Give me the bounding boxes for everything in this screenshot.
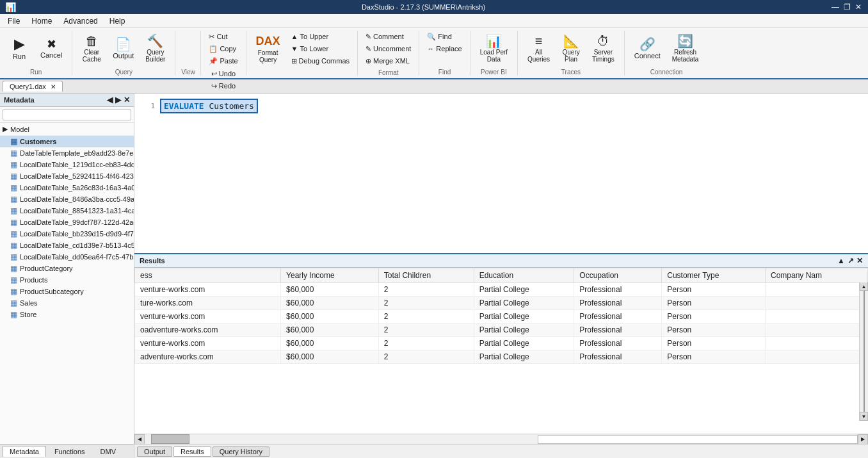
maximize-button[interactable]: ❐ [842,3,851,12]
tree-item-6[interactable]: ▦ LocalDateTable_88541323-1a31-4ca1-8b86… [0,205,134,217]
comment-button[interactable]: ✎Comment [363,31,414,42]
query-tab-1[interactable]: Query1.dax ✕ [3,81,63,92]
hscroll-track[interactable] [145,434,538,444]
minimize-button[interactable]: — [831,3,840,12]
clear-cache-button[interactable]: 🗑 ClearCache [77,31,106,66]
results-tab-output[interactable]: Output [137,446,172,457]
tree-item-5[interactable]: ▦ LocalDateTable_8486a3ba-ccc5-49ab-9760… [0,193,134,205]
tree-item-3[interactable]: ▦ LocalDateTable_52924115-4f46-4235-af02… [0,170,134,182]
debug-commas-button[interactable]: ⊞Debug Commas [289,55,352,67]
all-queries-button[interactable]: ≡ AllQueries [523,31,554,66]
hscroll-thumb[interactable] [151,434,189,444]
comment-label: Comment [373,33,404,40]
sidebar-model-section[interactable]: ▶ Model [0,123,134,136]
menu-advanced[interactable]: Advanced [58,15,102,27]
replace-button[interactable]: ↔Replace [424,43,464,54]
paste-label: Paste [220,57,237,65]
find-button[interactable]: 🔍Find [424,31,464,42]
menu-file[interactable]: File [3,15,25,27]
tab-dmv[interactable]: DMV [93,446,123,457]
sidebar-dock-icon[interactable]: ▶ [115,95,121,104]
query-builder-button[interactable]: 🔨 QueryBuilder [141,31,170,66]
tree-item-8[interactable]: ▦ LocalDateTable_bb239d15-d9d9-4f79-bc33… [0,228,134,240]
cancel-button[interactable]: ✖ Cancel [36,31,67,66]
to-lower-button[interactable]: ▼To Lower [289,43,352,54]
hscroll-right-button[interactable]: ▶ [858,434,868,445]
results-vscrollbar[interactable]: ▲ ▼ [859,282,868,421]
query-tab-close[interactable]: ✕ [51,83,56,90]
scroll-thumb[interactable] [864,291,865,412]
copy-button[interactable]: 📋Copy [206,43,240,54]
cut-button[interactable]: ✂Cut [206,31,240,42]
tree-item-9[interactable]: ▦ LocalDateTable_cd1d39e7-b513-4c5a-8b3c… [0,240,134,251]
tab-functions[interactable]: Functions [47,446,92,457]
hscroll-left-button[interactable]: ◀ [134,434,145,445]
clear-cache-label: ClearCache [83,49,101,63]
sidebar-pin-icon[interactable]: ◀ [107,95,113,104]
menu-help[interactable]: Help [104,15,131,27]
cell-education-1: Partial College [474,283,574,297]
scroll-up-button[interactable]: ▲ [860,282,868,291]
refresh-metadata-button[interactable]: 🔄 RefreshMetadata [668,31,703,66]
results-search-input[interactable] [538,435,858,444]
tree-item-10[interactable]: ▦ LocalDateTable_dd05ea64-f7c5-47b5-b1f3… [0,251,134,263]
tree-item-label-9: LocalDateTable_cd1d39e7-b513-4c5a-8b3c-a… [20,241,134,249]
editor-selection: EVALUATE Customers [160,99,258,113]
results-dock-icon[interactable]: ↗ [848,256,854,265]
tree-item-1[interactable]: ▦ DateTableTemplate_eb9add23-8e7e-45dd-a… [0,147,134,159]
table-icon-products: ▦ [10,275,17,284]
menu-home[interactable]: Home [26,15,57,27]
results-tab-results[interactable]: Results [173,446,211,457]
to-lower-label: To Lower [300,45,328,53]
results-close-icon[interactable]: ✕ [856,256,863,265]
sidebar-search-input[interactable] [3,109,131,120]
connect-button[interactable]: 🔗 Connect [630,31,665,66]
sidebar-close-icon[interactable]: ✕ [124,95,130,104]
scroll-down-button[interactable]: ▼ [860,412,868,421]
cell-email-4: oadventure-works.com [135,323,281,337]
editor-line-1: 1 EVALUATE Customers [134,99,868,113]
redo-button[interactable]: ↪Redo [209,80,238,92]
paste-button[interactable]: 📌Paste [206,55,240,67]
cell-children-4: 2 [378,323,474,337]
results-tab-query-history[interactable]: Query History [213,446,269,457]
undo-button[interactable]: ↩Undo [209,68,238,79]
tree-item-sales[interactable]: ▦ Sales [0,297,134,309]
table-icon-6: ▦ [10,206,17,215]
results-hscrollbar[interactable]: ◀ ▶ [134,434,868,444]
copy-label: Copy [220,45,236,53]
server-timings-button[interactable]: ⏱ ServerTimings [588,31,619,66]
uncomment-button[interactable]: ✎Uncomment [363,43,414,54]
merge-xml-button[interactable]: ⊕Merge XML [363,55,414,67]
results-table-wrapper[interactable]: ess Yearly Income Total Children Educati… [134,268,868,434]
query-group-label: Query [115,67,133,76]
cell-children-3: 2 [378,310,474,323]
cell-type-6: Person [662,350,766,364]
connect-icon: 🔗 [639,38,655,51]
query-plan-button[interactable]: 📐 QueryPlan [557,31,585,66]
tree-item-2[interactable]: ▦ LocalDateTable_1219d1cc-eb83-4ddf-9bf0… [0,159,134,170]
table-icon-1: ▦ [10,149,17,158]
run-button[interactable]: ▶ Run [5,31,33,66]
tree-item-label-3: LocalDateTable_52924115-4f46-4235-af02-8… [20,172,134,180]
results-pin-icon[interactable]: ▲ [837,256,845,265]
col-company-name: Company Nam [766,268,868,283]
tree-item-store[interactable]: ▦ Store [0,309,134,320]
output-button[interactable]: 📄 Output [108,31,138,66]
tab-metadata[interactable]: Metadata [3,446,46,457]
to-upper-button[interactable]: ▲To Upper [289,31,352,42]
tree-item-productcategory[interactable]: ▦ ProductCategory [0,263,134,274]
tree-item-customers[interactable]: ▦ Customers [0,136,134,147]
format-query-button[interactable]: DAX FormatQuery [252,31,285,66]
load-perf-button[interactable]: 📊 Load PerfData [476,31,512,66]
sidebar-tree: ▦ Customers ▦ DateTableTemplate_eb9add23… [0,136,134,444]
tree-item-7[interactable]: ▦ LocalDateTable_99dcf787-122d-42ac-b8f6… [0,217,134,228]
close-button[interactable]: ✕ [854,3,863,12]
tree-item-4[interactable]: ▦ LocalDateTable_5a26c83d-16a3-4a02-9472… [0,182,134,193]
code-table-customers: Customers [209,101,253,111]
tree-item-label-sales: Sales [20,299,38,307]
editor-area: 1 EVALUATE Customers 238 % ◀ ▶ Results ▲… [134,94,868,458]
tree-item-productsubcategory[interactable]: ▦ ProductSubcategory [0,286,134,297]
tree-item-products[interactable]: ▦ Products [0,274,134,286]
query-plan-label: QueryPlan [562,49,579,63]
